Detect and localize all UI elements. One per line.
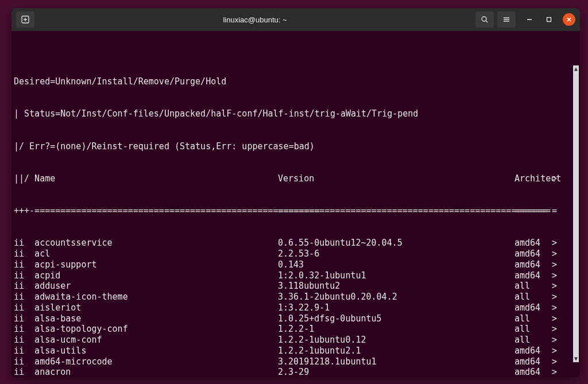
pkg-version: 0.6.55-0ubuntu12~20.04.5 <box>278 238 514 249</box>
pkg-arch: amd64 <box>514 367 549 377</box>
package-row: ii alsa-utils1.2.2-1ubuntu2.1amd64> <box>14 346 577 356</box>
row-chevron: > <box>549 238 557 249</box>
minimize-button[interactable] <box>524 14 535 25</box>
pkg-name: ii alsa-ucm-conf <box>14 335 278 346</box>
chevron-down-icon: ▼ <box>574 356 578 362</box>
pkg-version: 1:3.22.9-1 <box>278 302 514 313</box>
row-chevron: > <box>549 356 557 367</box>
scrollbar[interactable]: ▲ ▼ <box>573 65 579 362</box>
row-chevron: > <box>549 292 557 302</box>
pkg-arch: amd64 <box>514 249 549 259</box>
pkg-arch: amd64 <box>514 302 549 313</box>
package-row: ii acpi-support0.143amd64> <box>14 259 577 270</box>
package-row: ii aisleriot1:3.22.9-1amd64> <box>14 302 577 313</box>
pkg-name: ii aisleriot <box>14 302 278 313</box>
pkg-name: ii acpid <box>14 270 278 281</box>
package-row: ii alsa-ucm-conf1.2.2-1ubuntu0.12all> <box>14 335 577 346</box>
row-chevron: > <box>549 249 557 259</box>
separator-row: +++-====================================… <box>14 205 577 216</box>
pkg-version: 2.2.53-6 <box>278 249 514 259</box>
pkg-name: ii alsa-utils <box>14 346 278 356</box>
package-row: ii alsa-topology-conf1.2.2-1all> <box>14 324 577 335</box>
pkg-name: ii acpi-support <box>14 259 278 270</box>
pkg-name: ii accountsservice <box>14 238 278 249</box>
pkg-name: ii alsa-base <box>14 313 278 324</box>
pkg-version: 2.3-29 <box>278 367 514 377</box>
pkg-name: ii adwaita-icon-theme <box>14 292 278 302</box>
row-chevron: > <box>549 173 557 184</box>
pkg-version: 1.0.25+dfsg-0ubuntu5 <box>278 313 514 324</box>
package-row: ii acl2.2.53-6amd64> <box>14 249 577 259</box>
dpkg-header-line: | Status=Not/Inst/Conf-files/Unpacked/ha… <box>14 108 577 119</box>
dpkg-header-line: Desired=Unknown/Install/Remove/Purge/Hol… <box>14 76 577 87</box>
pkg-version: 3.20191218.1ubuntu1 <box>278 356 514 367</box>
maximize-button[interactable] <box>543 14 555 25</box>
pkg-arch: amd64 <box>514 259 549 270</box>
pkg-version: 3.36.1-2ubuntu0.20.04.2 <box>278 292 514 302</box>
pkg-version: 3.118ubuntu2 <box>278 281 514 292</box>
row-chevron: > <box>549 367 557 377</box>
pkg-arch: amd64 <box>514 356 549 367</box>
row-chevron: > <box>549 281 557 292</box>
package-row: ii alsa-base1.0.25+dfsg-0ubuntu5all> <box>14 313 577 324</box>
pkg-arch: amd64 <box>514 346 549 356</box>
menu-button[interactable] <box>497 11 516 28</box>
pkg-version: 1.2.2-1ubuntu2.1 <box>278 346 514 356</box>
pkg-arch: all <box>514 324 549 335</box>
row-chevron: > <box>549 259 557 270</box>
row-chevron: > <box>549 313 557 324</box>
pkg-arch: amd64 <box>514 238 549 249</box>
col-header-version: Version <box>278 173 514 184</box>
new-tab-button[interactable] <box>16 11 34 28</box>
package-row: ii anacron2.3-29amd64> <box>14 367 577 377</box>
pkg-arch: all <box>514 281 549 292</box>
row-chevron: > <box>549 270 557 281</box>
pkg-version: 1:2.0.32-1ubuntu1 <box>278 270 514 281</box>
pkg-arch: all <box>514 313 549 324</box>
pkg-name: ii acl <box>14 249 278 259</box>
svg-rect-9 <box>547 18 551 22</box>
terminal-window: linuxiac@ubuntu: ~ Desired=Unknown/Insta… <box>11 8 580 377</box>
pkg-version: 1.2.2-1 <box>278 324 514 335</box>
col-header-name: ||/ Name <box>14 173 278 184</box>
dpkg-header-line: |/ Err?=(none)/Reinst-required (Status,E… <box>14 141 577 152</box>
package-row: ii amd64-microcode3.20191218.1ubuntu1amd… <box>14 356 577 367</box>
row-chevron: > <box>549 346 557 356</box>
pkg-name: ii adduser <box>14 281 278 292</box>
package-row: ii adduser3.118ubuntu2all> <box>14 281 577 292</box>
search-button[interactable] <box>475 11 494 28</box>
package-row: ii adwaita-icon-theme3.36.1-2ubuntu0.20.… <box>14 292 577 302</box>
column-header-row: ||/ Name Version Architect > <box>14 173 577 184</box>
close-button[interactable] <box>563 13 575 26</box>
row-chevron: > <box>549 335 557 346</box>
pkg-name: ii alsa-topology-conf <box>14 324 278 335</box>
pkg-name: ii amd64-microcode <box>14 356 278 367</box>
window-title: linuxiac@ubuntu: ~ <box>39 15 471 24</box>
pkg-arch: amd64 <box>514 270 549 281</box>
pkg-arch: all <box>514 292 549 302</box>
chevron-up-icon: ▲ <box>574 66 578 72</box>
terminal-output[interactable]: Desired=Unknown/Install/Remove/Purge/Hol… <box>11 31 580 377</box>
pkg-version: 0.143 <box>278 259 514 270</box>
package-row: ii accountsservice0.6.55-0ubuntu12~20.04… <box>14 238 577 249</box>
col-header-arch: Architect <box>514 173 549 184</box>
pkg-version: 1.2.2-1ubuntu0.12 <box>278 335 514 346</box>
row-chevron: > <box>549 302 557 313</box>
row-chevron: > <box>549 324 557 335</box>
pkg-arch: all <box>514 335 549 346</box>
svg-point-3 <box>482 17 486 21</box>
pkg-name: ii anacron <box>14 367 278 377</box>
title-bar: linuxiac@ubuntu: ~ <box>11 8 580 31</box>
svg-line-4 <box>486 21 488 22</box>
package-row: ii acpid1:2.0.32-1ubuntu1amd64> <box>14 270 577 281</box>
